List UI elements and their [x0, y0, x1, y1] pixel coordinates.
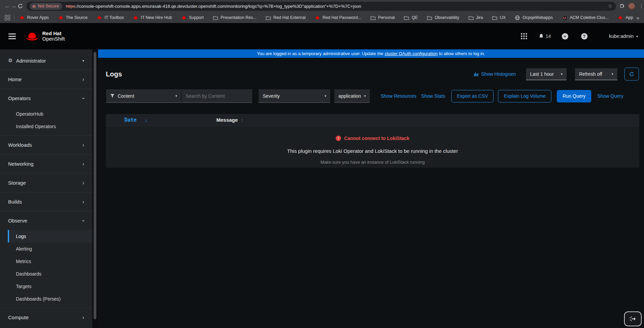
content-search-input[interactable] [182, 89, 252, 103]
bookmark-item[interactable]: Red Hat External [266, 15, 306, 20]
sidebar-nav-item[interactable]: Operators › [0, 89, 92, 108]
filter-attribute-select[interactable]: Content ▾ [106, 89, 181, 103]
user-menu[interactable]: kube:admin ▾ [609, 33, 638, 39]
bookmarks-overflow-chevron[interactable]: » [633, 15, 639, 21]
redhat-fedora-icon [19, 15, 25, 20]
show-stats-link[interactable]: Show Stats [421, 93, 445, 99]
message-column-header[interactable]: Message ↕ [216, 117, 243, 123]
folder-icon [213, 15, 218, 20]
browser-avatar[interactable] [628, 3, 635, 9]
masthead: Red HatOpenShift 14 + ? kube:admin ▾ [0, 23, 644, 49]
sidebar-nav-item[interactable]: Home › [0, 70, 92, 89]
sidebar-nav-item[interactable]: Logs › [8, 230, 92, 242]
show-query-link[interactable]: Show Query [597, 93, 623, 99]
bookmark-item[interactable]: Personal [371, 15, 395, 20]
sidebar-nav-item[interactable]: Alerting › [0, 242, 92, 255]
perspective-switcher[interactable]: ⚙ Administrator ▾ [0, 49, 92, 70]
banner-text-before: You are logged in as a temporary adminis… [257, 51, 384, 56]
sidebar-nav-item[interactable]: Metrics › [0, 255, 92, 267]
filter-funnel-icon [110, 94, 115, 98]
url-bar[interactable]: ⊗ Not Secure https://console-openshift-c… [26, 2, 616, 11]
masthead-right: 14 + ? kube:admin ▾ [521, 33, 638, 40]
sort-icon[interactable]: ↕ [241, 117, 243, 123]
bookmark-item[interactable]: IT New Hire Hub [133, 15, 172, 20]
bookmarks-bar: Rover Apps The Source [0, 12, 644, 23]
reload-icon[interactable] [17, 3, 24, 9]
sidebar-nav-item[interactable]: Installed Operators › [0, 120, 92, 133]
back-icon[interactable]: ← [4, 3, 10, 9]
show-resources-link[interactable]: Show Resources [381, 93, 416, 99]
apps-grid-icon[interactable] [5, 15, 10, 20]
browser-menu-icon[interactable]: ⋮ [639, 3, 644, 9]
bookmark-item[interactable]: Support [181, 15, 204, 20]
sidebar-nav-item[interactable]: Compute › [0, 308, 92, 327]
bookmark-item[interactable]: Observability [427, 15, 459, 20]
bookmark-item[interactable]: UX [492, 15, 505, 20]
redhat-fedora-icon [618, 15, 623, 20]
forward-icon[interactable]: → [10, 3, 17, 9]
redhat-fedora-icon [181, 15, 187, 20]
redhat-fedora-icon [133, 15, 138, 20]
error-exclamation-icon: ! [336, 136, 341, 141]
chevron-down-icon: ▾ [175, 94, 177, 98]
bookmark-item[interactable]: Presentation Res... [213, 15, 256, 20]
insecure-icon: ⊗ [32, 4, 36, 9]
refresh-interval-select[interactable]: Refresh off ▾ [575, 68, 617, 80]
histogram-icon [473, 72, 479, 76]
not-secure-badge[interactable]: ⊗ Not Secure [30, 3, 62, 10]
sidebar-nav-item[interactable]: Observe › [0, 211, 92, 230]
sort-descending-icon[interactable]: ↓ [145, 117, 147, 123]
notifications-button[interactable]: 14 [539, 33, 551, 39]
hamburger-menu-icon[interactable] [8, 33, 16, 39]
oauth-config-link[interactable]: cluster OAuth configuration [385, 51, 438, 56]
extensions-icon[interactable] [619, 3, 624, 9]
quick-create-button[interactable]: + [562, 33, 568, 40]
time-range-select[interactable]: Last 1 hour ▾ [526, 68, 567, 80]
scrollbar-thumb[interactable] [94, 52, 96, 319]
sidebar-nav-item[interactable]: Networking › [0, 154, 92, 173]
chevron-icon: › [82, 142, 84, 148]
sidebar-nav-item[interactable]: Workloads › [0, 135, 92, 154]
run-query-button[interactable]: Run Query [557, 90, 591, 102]
date-column-header[interactable]: Date ↓ [124, 117, 216, 123]
show-histogram-link[interactable]: Show Histogram [473, 71, 516, 77]
cursor-arrow-icon [629, 315, 637, 322]
sidebar-nav-item[interactable]: Builds › [0, 192, 92, 211]
screen-share-indicator-button[interactable] [624, 311, 642, 326]
filter-attribute-value: Content [118, 93, 134, 99]
app-launcher-icon[interactable] [521, 33, 527, 40]
sidebar-nav-item[interactable]: Targets › [0, 280, 92, 292]
folder-icon [427, 15, 432, 20]
sidebar-nav-item[interactable]: Dashboards (Perses) › [0, 292, 92, 305]
url-rest: ://console-openshift-console.apps.emuras… [75, 4, 361, 9]
bookmark-item[interactable]: OcpqeWebapps [515, 15, 553, 20]
error-title: Cannot connect to LokiStack [344, 136, 409, 141]
sidebar-nav-item[interactable]: OperatorHub › [0, 108, 92, 120]
error-message: This plugin requires Loki Operator and L… [106, 148, 639, 154]
explain-log-volume-button[interactable]: Explain Log Volume [498, 90, 551, 102]
bookmark-item[interactable]: The Source [58, 15, 88, 20]
export-csv-button[interactable]: Export as CSV [451, 90, 494, 102]
browser-toolbar-right: ⋮ [619, 3, 644, 9]
help-button[interactable]: ? [581, 33, 588, 40]
bookmark-item[interactable]: QE [404, 15, 418, 20]
bookmark-item[interactable]: IT Toolbox [97, 15, 124, 20]
redhat-fedora-icon [25, 31, 39, 41]
chevron-icon: › [82, 199, 84, 205]
bookmark-item[interactable]: Red Hat Password... [315, 15, 361, 20]
bookmark-item[interactable]: Rover Apps [19, 15, 49, 20]
sidebar-nav-item[interactable]: Storage › [0, 173, 92, 192]
browser-toolbar: ← → ⊗ Not Secure https://console-openshi… [0, 0, 644, 12]
bookmark-item[interactable]: Jira [468, 15, 483, 20]
sidebar-nav-item[interactable]: Dashboards › [0, 267, 92, 280]
query-toolbar: Content ▾ Severity ▾ application ▾ Show … [98, 85, 644, 103]
bookmark-item[interactable]: Applications | Konf... [618, 15, 633, 20]
refresh-button[interactable] [624, 68, 639, 80]
brand-line1: Red Hat [42, 31, 65, 36]
severity-select[interactable]: Severity ▾ [259, 89, 330, 103]
sidebar-scrollbar[interactable] [92, 49, 98, 328]
tenant-select[interactable]: application ▾ [334, 89, 370, 103]
bookmark-item[interactable]: ACM Coletive Clus... [562, 15, 609, 20]
bookmark-star-icon[interactable]: ☆ [608, 3, 613, 9]
bookmark-list: Rover Apps The Source [19, 15, 633, 20]
